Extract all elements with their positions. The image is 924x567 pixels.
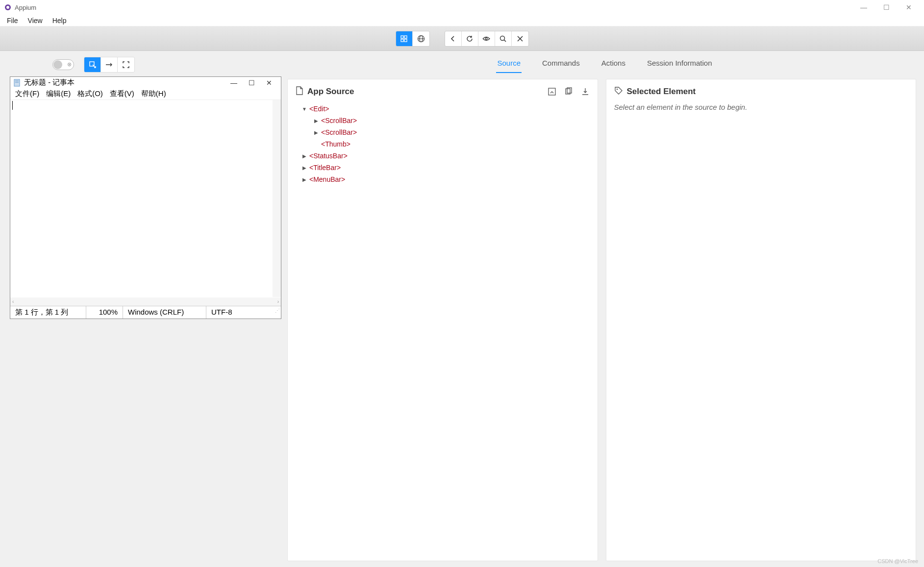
svg-rect-4 <box>401 39 403 42</box>
svg-rect-3 <box>404 36 407 38</box>
tree-node[interactable]: ▶<TitleBar> <box>296 162 590 173</box>
svg-point-1 <box>6 6 9 9</box>
app-screenshot[interactable]: 无标题 - 记事本 — ☐ ✕ 文件(F) 编辑(E) 格式(O) 查看(V) … <box>10 76 281 319</box>
status-encoding: UTF-8 <box>206 306 274 319</box>
svg-rect-5 <box>404 39 407 42</box>
tree-tag[interactable]: <MenuBar> <box>309 175 345 183</box>
tree-tag[interactable]: <ScrollBar> <box>321 117 357 124</box>
status-position: 第 1 行，第 1 列 <box>10 306 86 319</box>
swipe-button[interactable] <box>101 57 118 72</box>
status-zoom: 100% <box>86 306 123 319</box>
tab-commands[interactable]: Commands <box>541 56 581 73</box>
tree-node[interactable]: ▶<StatusBar> <box>296 150 590 162</box>
selected-panel-title: Selected Element <box>627 87 908 97</box>
tab-session-info[interactable]: Session Information <box>646 56 713 73</box>
nav-group <box>445 31 529 47</box>
close-button[interactable]: ✕ <box>898 0 920 15</box>
window-titlebar: Appium — ☐ ✕ <box>0 0 924 15</box>
app-source-panel: App Source ▼<Edit>▶<ScrollBar>▶<ScrollBa… <box>287 79 598 561</box>
preview-scrollbar-v <box>273 100 281 297</box>
preview-menu-edit: 编辑(E) <box>44 89 73 99</box>
chevron-right-icon[interactable]: ▶ <box>301 177 307 182</box>
tree-tag[interactable]: <Thumb> <box>321 140 350 148</box>
web-view-button[interactable] <box>413 31 429 46</box>
mjpeg-toggle[interactable]: ⊗ <box>52 59 74 70</box>
watermark: CSDN @VicTree <box>877 558 918 564</box>
source-tree: ▼<Edit>▶<ScrollBar>▶<ScrollBar><Thumb>▶<… <box>296 103 590 185</box>
preview-scrollbar-h: ‹› <box>10 297 281 306</box>
selected-element-panel: Selected Element Select an element in th… <box>606 79 917 561</box>
svg-line-11 <box>504 40 506 42</box>
svg-point-22 <box>616 89 618 90</box>
tab-actions[interactable]: Actions <box>600 56 626 73</box>
chevron-right-icon[interactable]: ▶ <box>313 118 319 123</box>
svg-point-9 <box>485 38 487 40</box>
quit-button[interactable] <box>512 31 528 46</box>
chevron-down-icon[interactable]: ▼ <box>301 106 307 112</box>
text-cursor <box>12 101 13 110</box>
selected-placeholder: Select an element in the source to begin… <box>614 103 908 111</box>
preview-menu-format: 格式(O) <box>75 89 105 99</box>
tab-source[interactable]: Source <box>496 56 522 73</box>
svg-rect-16 <box>14 79 20 86</box>
file-icon <box>296 86 303 97</box>
svg-rect-2 <box>401 36 403 38</box>
back-button[interactable] <box>445 31 462 46</box>
app-menubar: File View Help <box>0 15 924 26</box>
search-button[interactable] <box>495 31 512 46</box>
tree-tag[interactable]: <StatusBar> <box>309 152 348 160</box>
menu-view[interactable]: View <box>23 16 48 25</box>
preview-max-icon: ☐ <box>248 79 255 87</box>
maximize-button[interactable]: ☐ <box>875 0 898 15</box>
chevron-right-icon[interactable]: ▶ <box>313 130 319 135</box>
preview-title: 无标题 - 记事本 <box>24 78 227 87</box>
source-panel-title: App Source <box>307 87 544 97</box>
chevron-right-icon[interactable]: ▶ <box>301 153 307 159</box>
refresh-button[interactable] <box>462 31 478 46</box>
minimize-button[interactable]: — <box>852 0 875 15</box>
svg-point-10 <box>500 36 505 40</box>
tree-node[interactable]: ▶<ScrollBar> <box>296 126 590 138</box>
preview-close-icon: ✕ <box>265 79 273 87</box>
menu-file[interactable]: File <box>2 16 23 25</box>
tree-tag[interactable]: <Edit> <box>309 105 329 113</box>
notepad-icon <box>13 79 21 87</box>
screenshot-pane: ⊗ 无标题 - 记事本 — ☐ ✕ 文件(F) 编辑(E) 格 <box>0 51 285 567</box>
tree-tag[interactable]: <ScrollBar> <box>321 128 357 136</box>
tree-node[interactable]: ▼<Edit> <box>296 103 590 115</box>
appium-icon <box>4 3 12 11</box>
select-element-button[interactable] <box>84 57 101 72</box>
eye-button[interactable] <box>478 31 495 46</box>
copy-xml-icon[interactable] <box>564 87 573 96</box>
chevron-right-icon[interactable]: ▶ <box>301 165 307 171</box>
preview-min-icon: — <box>230 79 238 87</box>
resize-grip-icon: ⋰ <box>274 306 281 319</box>
tree-node[interactable]: ▶<MenuBar> <box>296 173 590 185</box>
fullscreen-button[interactable] <box>118 57 134 72</box>
download-xml-icon[interactable] <box>548 87 556 96</box>
tree-tag[interactable]: <TitleBar> <box>309 164 341 172</box>
main-toolbar <box>0 26 924 51</box>
preview-menu-view: 查看(V) <box>108 89 136 99</box>
status-eol: Windows (CRLF) <box>123 306 206 319</box>
window-title: Appium <box>15 4 36 11</box>
preview-menu-help: 帮助(H) <box>139 89 168 99</box>
tag-icon <box>614 86 623 97</box>
view-mode-group <box>396 31 430 47</box>
grid-view-button[interactable] <box>396 31 413 46</box>
preview-menu-file: 文件(F) <box>13 89 41 99</box>
tree-node[interactable]: ▶<ScrollBar> <box>296 115 590 126</box>
tree-node[interactable]: <Thumb> <box>296 138 590 150</box>
download-icon[interactable] <box>581 87 590 96</box>
inspector-tabs: Source Commands Actions Session Informat… <box>285 51 924 73</box>
menu-help[interactable]: Help <box>48 16 72 25</box>
